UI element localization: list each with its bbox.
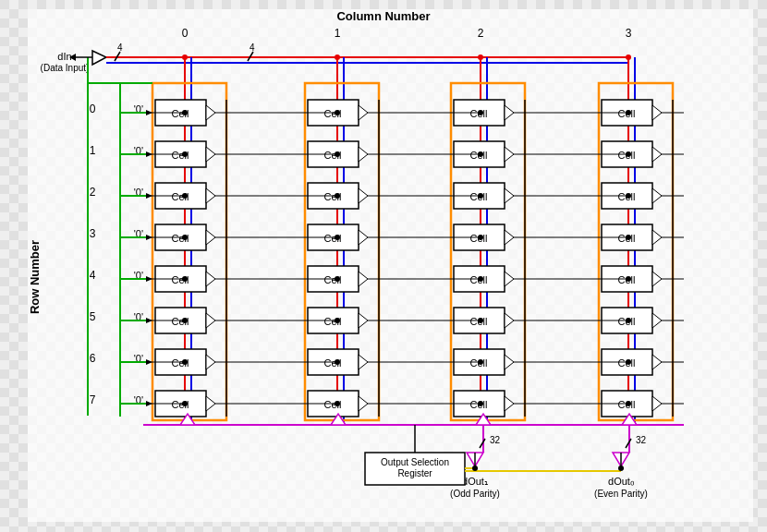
bit4-label2: 4 xyxy=(250,42,255,53)
col0-label: 0 xyxy=(182,27,189,40)
circuit-diagram: Column Number 0 1 2 3 Row Number dIn (Da… xyxy=(0,0,767,532)
osr-label2: Register xyxy=(397,468,432,478)
bit32-label2: 32 xyxy=(636,435,647,445)
bit4-label1: 4 xyxy=(117,42,123,53)
col2-label: 2 xyxy=(478,27,484,40)
dout0-parity-label: (Even Parity) xyxy=(594,489,648,499)
row-number-label: Row Number xyxy=(28,240,42,314)
row2-label: 2 xyxy=(90,186,96,199)
din-label: dIn xyxy=(57,51,71,62)
row3-label: 3 xyxy=(90,227,96,240)
row6-label: 6 xyxy=(90,352,96,365)
din-sublabel: (Data Input) xyxy=(41,63,90,73)
row5-label: 5 xyxy=(90,310,96,323)
dout1-label: dOut₁ xyxy=(462,476,488,487)
row7-label: 7 xyxy=(90,393,96,406)
row0-label: 0 xyxy=(90,103,96,115)
column-number-label: Column Number xyxy=(336,9,430,23)
osr-label1: Output Selection xyxy=(381,457,449,467)
row1-label: 1 xyxy=(90,144,96,157)
col3-label: 3 xyxy=(626,27,632,40)
dout1-parity-label: (Odd Parity) xyxy=(450,489,500,499)
col1-label: 1 xyxy=(335,27,341,40)
bit32-label1: 32 xyxy=(490,435,501,445)
row4-label: 4 xyxy=(90,269,96,282)
dout0-label: dOut₀ xyxy=(608,476,635,487)
